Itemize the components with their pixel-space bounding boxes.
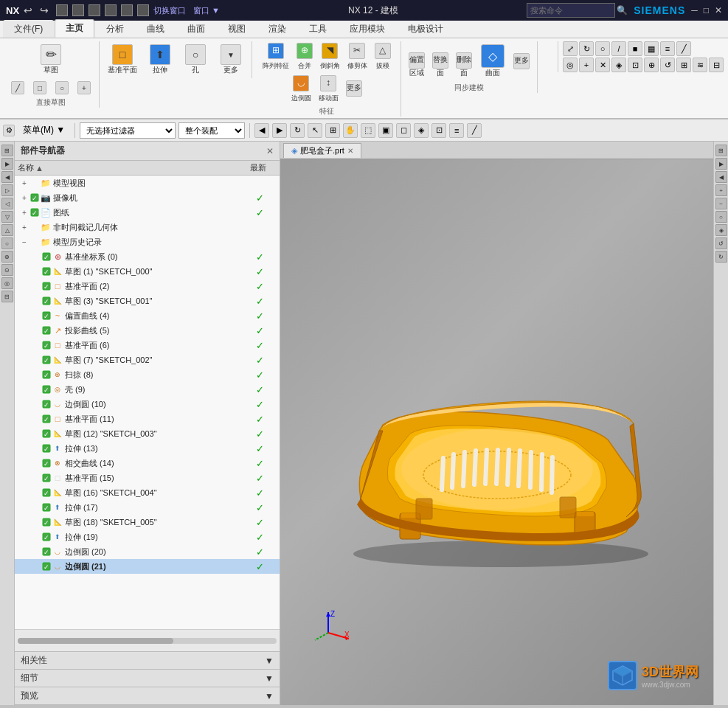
draft-button[interactable]: △ 拔模	[372, 41, 394, 72]
left-icon-5[interactable]: ◁	[1, 198, 13, 209]
tb-open[interactable]	[72, 4, 84, 16]
tree-item-plane11[interactable]: ✓ □ 基准平面 (11) ✓	[15, 412, 280, 426]
left-icon-7[interactable]: △	[1, 224, 13, 236]
tb-copy[interactable]	[121, 4, 133, 16]
view-tool-11[interactable]: ✕	[595, 58, 610, 72]
nav-back-icon[interactable]: ◀	[254, 123, 269, 138]
tb-print[interactable]	[89, 4, 100, 16]
tree-item-proj-curve[interactable]: ✓ ↗ 投影曲线 (5) ✓	[15, 323, 280, 338]
replace-face-button[interactable]: 替换面	[429, 51, 451, 72]
left-icon-10[interactable]: ⊙	[1, 264, 13, 276]
tb-switch-window[interactable]: 切换窗口	[153, 5, 186, 16]
right-icon-6[interactable]: ○	[715, 211, 727, 223]
offset-region-button[interactable]: 偏置区域	[406, 51, 428, 72]
rect-button[interactable]: □	[30, 80, 50, 96]
left-icon-4[interactable]: ▷	[1, 184, 13, 196]
left-icon-3[interactable]: ◀	[1, 171, 13, 183]
tree-item-plane15[interactable]: ✓ □ 基准平面 (15) ✓	[15, 471, 280, 485]
chamfer-button[interactable]: ◥ 倒斜角	[317, 41, 343, 72]
tab-curve[interactable]: 曲线	[136, 20, 176, 38]
viewport-tab-model[interactable]: ◈ 肥皂盒子.prt ✕	[283, 143, 361, 158]
view-tool-12[interactable]: ◈	[611, 58, 626, 72]
tab-analysis[interactable]: 分析	[95, 20, 135, 38]
left-icon-6[interactable]: ▽	[1, 211, 13, 223]
tb-redo[interactable]: ↪	[40, 4, 52, 16]
checkbox-camera[interactable]: ✓	[30, 192, 40, 203]
view-tool-2[interactable]: ↻	[579, 41, 594, 56]
right-icon-9[interactable]: ↻	[715, 251, 727, 263]
move-face-button[interactable]: ↕ 移动面	[316, 74, 342, 105]
box-icon[interactable]: ◈	[414, 123, 429, 138]
left-icon-9[interactable]: ⊕	[1, 251, 13, 263]
view-tool-7[interactable]: ≡	[660, 41, 675, 56]
select-icon[interactable]: ↖	[308, 123, 322, 138]
trim-body-button[interactable]: ✂ 修剪体	[344, 41, 370, 72]
tree-item-model-views[interactable]: + 📁 模型视图	[15, 176, 280, 190]
checkbox-non-time[interactable]	[30, 222, 40, 232]
sketch-button[interactable]: ✏ 草图	[35, 41, 67, 78]
expander-camera[interactable]: +	[19, 192, 30, 203]
tree-item-sketch1[interactable]: ✓ 📐 草图 (1) "SKETCH_000" ✓	[15, 264, 280, 279]
tree-item-plane1[interactable]: ✓ □ 基准平面 (2) ✓	[15, 279, 280, 294]
view-tool-5[interactable]: ■	[628, 41, 642, 56]
filter2-icon[interactable]: ⊡	[431, 123, 446, 138]
edge-blend-button[interactable]: ◡ 边倒圆	[288, 74, 314, 105]
view-tool-6[interactable]: ▦	[644, 41, 659, 56]
tree-item-coord[interactable]: ✓ ⊕ 基准坐标系 (0) ✓	[15, 249, 280, 264]
tab-close-icon[interactable]: ✕	[347, 147, 353, 155]
view-tool-18[interactable]: ⊟	[709, 58, 724, 72]
view-tool-15[interactable]: ↺	[660, 58, 675, 72]
search-icon[interactable]: 🔍	[617, 5, 628, 15]
tab-file[interactable]: 文件(F)	[3, 20, 54, 38]
tree-item-extrude17[interactable]: ✓ ⬆ 拉伸 (17) ✓	[15, 500, 280, 515]
right-icon-5[interactable]: −	[715, 198, 727, 209]
tab-view[interactable]: 视图	[217, 20, 257, 38]
view-tool-10[interactable]: +	[579, 58, 594, 72]
filter-select[interactable]: 无选择过滤器	[80, 122, 176, 139]
right-icon-8[interactable]: ↺	[715, 237, 727, 249]
part-nav-close[interactable]: ✕	[266, 146, 274, 156]
right-icon-4[interactable]: +	[715, 184, 727, 196]
left-icon-2[interactable]: ▶	[1, 158, 13, 170]
tb-undo[interactable]: ↩	[24, 4, 35, 16]
section-details-header[interactable]: 细节 ▼	[15, 670, 280, 687]
curve2-icon[interactable]: ╱	[467, 123, 482, 138]
expander-model-views[interactable]: +	[19, 178, 30, 188]
more-sync-button[interactable]: 更多	[510, 52, 533, 71]
checkbox-model-views[interactable]	[30, 178, 40, 188]
settings-icon[interactable]: ⚙	[3, 125, 15, 136]
tree-item-drawing[interactable]: + ✓ 📄 图纸 ✓	[15, 205, 280, 220]
right-icon-1[interactable]: ⊞	[715, 145, 727, 156]
tab-render[interactable]: 渲染	[257, 20, 297, 38]
checkbox-plane1[interactable]: ✓	[41, 281, 52, 291]
circle-button[interactable]: ○	[52, 80, 72, 96]
tab-electrode[interactable]: 电极设计	[397, 20, 454, 38]
right-icon-2[interactable]: ▶	[715, 158, 727, 170]
window-minimize[interactable]: ─	[691, 5, 698, 15]
tree-item-sketch7[interactable]: ✓ 📐 草图 (7) "SKETCH_002" ✓	[15, 353, 280, 367]
surface-button[interactable]: ◇ 曲面	[476, 41, 509, 81]
left-icon-12[interactable]: ⊟	[1, 291, 13, 302]
window-maximize[interactable]: □	[704, 5, 709, 15]
line-button[interactable]: ╱	[7, 80, 28, 96]
left-icon-8[interactable]: ○	[1, 237, 13, 249]
view-tool-13[interactable]: ⊡	[628, 58, 642, 72]
part-nav-tree[interactable]: + 📁 模型视图 + ✓ 📷 摄像机 ✓ +	[15, 176, 280, 629]
tree-item-extrude19[interactable]: ✓ ⬆ 拉伸 (19) ✓	[15, 530, 280, 544]
more-feature-button[interactable]: 更多	[343, 79, 365, 100]
right-icon-7[interactable]: ◈	[715, 224, 727, 236]
hole-button[interactable]: ○ 孔	[179, 41, 212, 78]
snap-icon[interactable]: ⊞	[325, 123, 340, 138]
col-name-header[interactable]: 名称 ▲	[18, 162, 240, 173]
viewport-canvas[interactable]: Z X	[280, 159, 713, 705]
menu-button[interactable]: 菜单(M) ▼	[18, 122, 70, 139]
extrude-button[interactable]: ⬆ 拉伸	[144, 41, 176, 78]
tree-item-non-time[interactable]: + 📁 非时间截记几何体	[15, 220, 280, 235]
select2-icon[interactable]: ▣	[378, 123, 393, 138]
align-icon[interactable]: ≡	[449, 123, 464, 138]
tree-item-offset-curve[interactable]: ✓ ~ 偏置曲线 (4) ✓	[15, 308, 280, 323]
checkbox-sketch1[interactable]: ✓	[41, 266, 52, 277]
section-relations-header[interactable]: 相关性 ▼	[15, 652, 280, 669]
tree-item-sketch12[interactable]: ✓ 📐 草图 (12) "SKETCH_003" ✓	[15, 426, 280, 441]
tab-home[interactable]: 主页	[55, 19, 94, 38]
